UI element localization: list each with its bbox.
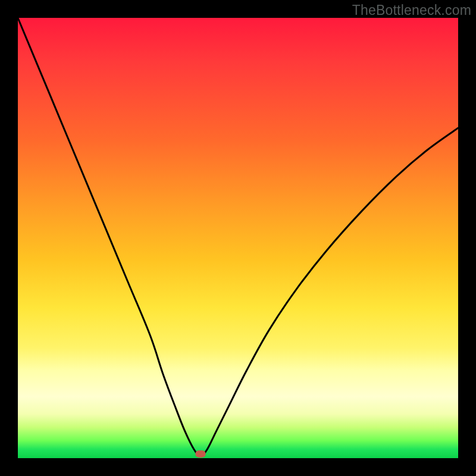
plot-area [18, 18, 458, 458]
bottleneck-curve [18, 18, 458, 458]
curve-path [18, 18, 458, 456]
watermark-text: TheBottleneck.com [352, 2, 471, 18]
optimal-marker [196, 450, 206, 458]
chart-frame: TheBottleneck.com [0, 0, 476, 476]
